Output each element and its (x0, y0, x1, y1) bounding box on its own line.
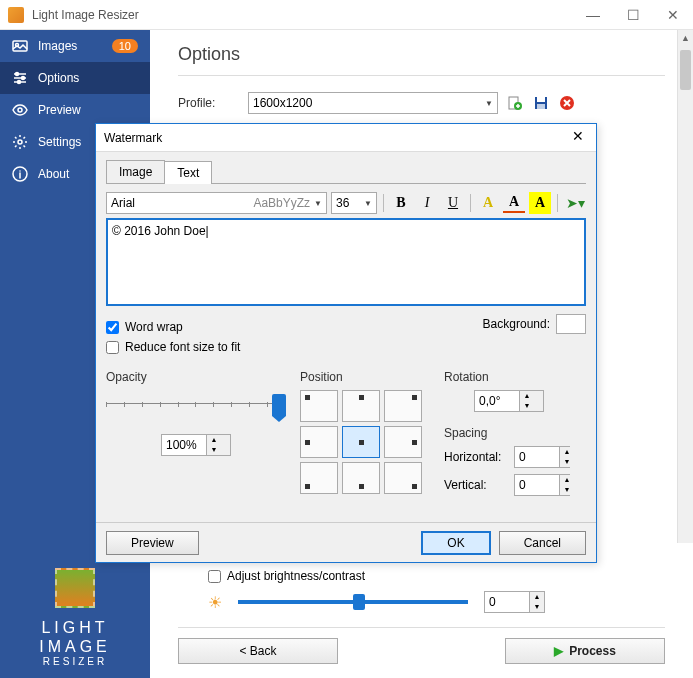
brightness-slider[interactable] (238, 600, 468, 604)
spin-up[interactable]: ▲ (530, 592, 544, 602)
adjust-bc-checkbox[interactable] (208, 570, 221, 583)
spacing-h-spinner[interactable]: ▲▼ (514, 446, 570, 468)
bottom-section: Auto enhance Adjust brightness/contrast … (150, 543, 693, 678)
svg-point-6 (18, 140, 22, 144)
app-title: Light Image Resizer (32, 8, 573, 22)
scroll-thumb[interactable] (680, 50, 691, 90)
bold-button[interactable]: B (390, 192, 412, 214)
profile-value: 1600x1200 (253, 96, 312, 110)
eye-icon (12, 102, 28, 118)
font-family-select[interactable]: Arial AaBbYyZz ▼ (106, 192, 327, 214)
position-bottom-right[interactable] (384, 462, 422, 494)
spacing-title: Spacing (444, 426, 586, 440)
dialog-title: Watermark (104, 131, 568, 145)
position-middle-left[interactable] (300, 426, 338, 458)
tab-text[interactable]: Text (164, 161, 212, 184)
svg-point-4 (18, 81, 21, 84)
cancel-button[interactable]: Cancel (499, 531, 586, 555)
position-top-right[interactable] (384, 390, 422, 422)
sidebar-item-label: Images (38, 39, 102, 53)
font-size-select[interactable]: 36 ▼ (331, 192, 377, 214)
rotation-spinner[interactable]: ▲▼ (474, 390, 544, 412)
minimize-button[interactable]: — (573, 0, 613, 30)
opacity-panel: Opacity ▲▼ (106, 370, 286, 502)
spacing-v-value[interactable] (515, 475, 559, 495)
watermark-text-input[interactable]: © 2016 John Doe (106, 218, 586, 306)
position-panel: Position (300, 370, 430, 502)
rotation-value[interactable] (475, 391, 519, 411)
preview-button[interactable]: Preview (106, 531, 199, 555)
brightness-value[interactable] (485, 592, 529, 612)
save-profile-button[interactable] (532, 94, 550, 112)
sliders-icon (12, 70, 28, 86)
sidebar-item-preview[interactable]: Preview (0, 94, 150, 126)
titlebar: Light Image Resizer — ☐ ✕ (0, 0, 693, 30)
spin-down[interactable]: ▼ (530, 602, 544, 612)
scroll-up-arrow[interactable]: ▲ (678, 30, 693, 46)
tab-image[interactable]: Image (106, 160, 165, 183)
info-icon (12, 166, 28, 182)
maximize-button[interactable]: ☐ (613, 0, 653, 30)
word-wrap-label: Word wrap (125, 320, 183, 334)
adjust-bc-label: Adjust brightness/contrast (227, 569, 365, 583)
outline-color-button[interactable]: A (503, 193, 525, 213)
spin-up[interactable]: ▲ (520, 391, 534, 401)
font-color-button[interactable]: A (477, 192, 499, 214)
background-label: Background: (483, 317, 550, 331)
watermark-dialog: Watermark ✕ Image Text Arial AaBbYyZz ▼ … (95, 123, 597, 563)
opacity-slider[interactable] (106, 394, 286, 414)
spin-up[interactable]: ▲ (560, 447, 574, 457)
images-icon (12, 38, 28, 54)
highlight-color-button[interactable]: A (529, 192, 551, 214)
position-bottom-center[interactable] (342, 462, 380, 494)
opacity-spinner[interactable]: ▲▼ (161, 434, 231, 456)
separator (557, 194, 558, 212)
opacity-title: Opacity (106, 370, 286, 384)
sidebar-item-label: Preview (38, 103, 138, 117)
app-icon (8, 7, 24, 23)
reduce-font-checkbox[interactable] (106, 341, 119, 354)
position-middle-center[interactable] (342, 426, 380, 458)
spin-up[interactable]: ▲ (207, 435, 221, 445)
rotation-title: Rotation (444, 370, 586, 384)
spacing-v-label: Vertical: (444, 478, 508, 492)
font-preview: AaBbYyZz (253, 196, 310, 210)
word-wrap-checkbox[interactable] (106, 321, 119, 334)
back-button[interactable]: < Back (178, 638, 338, 664)
insert-variable-button[interactable]: ➤▾ (564, 192, 586, 214)
brightness-spinner[interactable]: ▲▼ (484, 591, 545, 613)
text-toolbar: Arial AaBbYyZz ▼ 36 ▼ B I U A A A ➤▾ (106, 192, 586, 214)
opacity-thumb[interactable] (272, 394, 286, 416)
position-middle-right[interactable] (384, 426, 422, 458)
position-top-left[interactable] (300, 390, 338, 422)
sidebar-item-images[interactable]: Images 10 (0, 30, 150, 62)
spacing-h-label: Horizontal: (444, 450, 508, 464)
profile-label: Profile: (178, 96, 240, 110)
position-top-center[interactable] (342, 390, 380, 422)
dialog-close-button[interactable]: ✕ (568, 128, 588, 148)
spin-up[interactable]: ▲ (560, 475, 574, 485)
sidebar-item-options[interactable]: Options (0, 62, 150, 94)
page-title: Options (178, 44, 665, 65)
delete-profile-button[interactable] (558, 94, 576, 112)
close-button[interactable]: ✕ (653, 0, 693, 30)
profile-select[interactable]: 1600x1200 ▼ (248, 92, 498, 114)
tabs: Image Text (106, 160, 586, 184)
process-button[interactable]: ▶Process (505, 638, 665, 664)
background-color-picker[interactable] (556, 314, 586, 334)
font-name: Arial (111, 196, 135, 210)
ok-button[interactable]: OK (421, 531, 490, 555)
underline-button[interactable]: U (442, 192, 464, 214)
spacing-h-value[interactable] (515, 447, 559, 467)
spin-down[interactable]: ▼ (520, 401, 534, 411)
spacing-v-spinner[interactable]: ▲▼ (514, 474, 570, 496)
position-bottom-left[interactable] (300, 462, 338, 494)
spin-down[interactable]: ▼ (560, 485, 574, 495)
svg-point-5 (18, 108, 22, 112)
italic-button[interactable]: I (416, 192, 438, 214)
opacity-value[interactable] (162, 435, 206, 455)
new-profile-button[interactable] (506, 94, 524, 112)
spin-down[interactable]: ▼ (560, 457, 574, 467)
spin-down[interactable]: ▼ (207, 445, 221, 455)
svg-point-3 (22, 77, 25, 80)
